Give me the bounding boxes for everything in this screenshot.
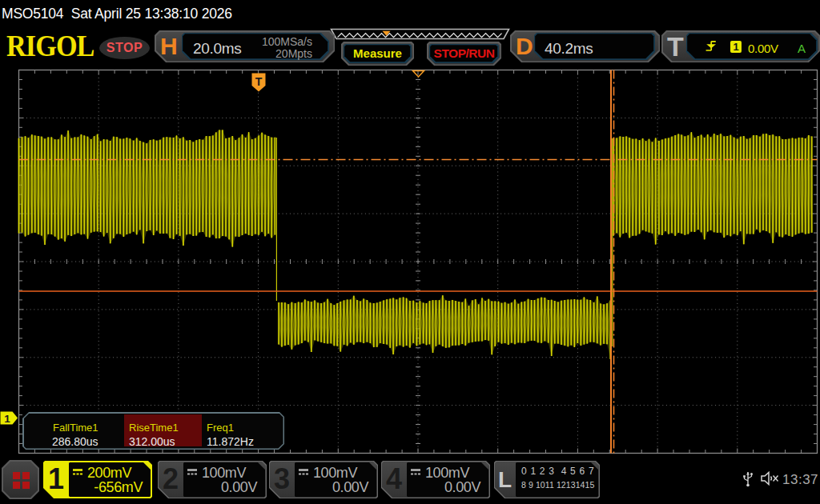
svg-text:1: 1	[4, 413, 10, 425]
svg-text:T: T	[255, 75, 263, 88]
